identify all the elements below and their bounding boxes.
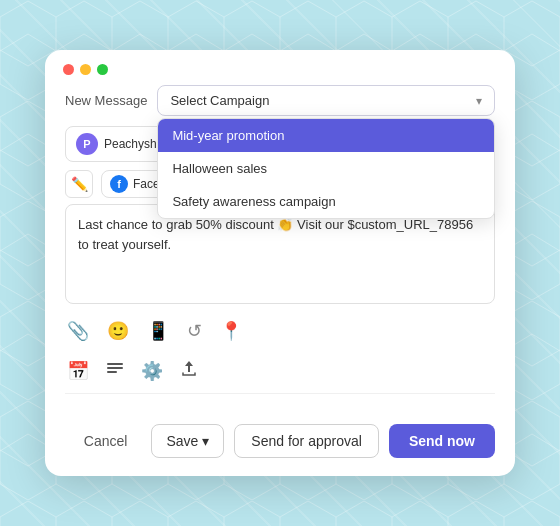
calendar-icon[interactable]: 📅	[67, 360, 89, 382]
new-message-row: New Message Select Campaign ▾ Mid-year p…	[65, 85, 495, 116]
refresh-icon[interactable]: ↺	[187, 320, 202, 342]
dropdown-item-halloween[interactable]: Halloween sales	[158, 152, 494, 185]
list-icon[interactable]	[105, 358, 125, 383]
upload-icon[interactable]	[179, 358, 199, 383]
extra-tools-row: 📅 ⚙️	[65, 354, 495, 394]
close-dot[interactable]	[63, 64, 74, 75]
dropdown-item-safety[interactable]: Safety awareness campaign	[158, 185, 494, 218]
campaign-dropdown-trigger[interactable]: Select Campaign ▾	[157, 85, 495, 116]
svg-rect-0	[107, 363, 123, 365]
save-chevron-icon: ▾	[202, 433, 209, 449]
modal-body: New Message Select Campaign ▾ Mid-year p…	[45, 85, 515, 424]
cancel-button[interactable]: Cancel	[70, 425, 142, 457]
send-approval-button[interactable]: Send for approval	[234, 424, 379, 458]
svg-rect-2	[107, 371, 117, 373]
send-now-button[interactable]: Send now	[389, 424, 495, 458]
edit-icon-button[interactable]: ✏️	[65, 170, 93, 198]
minimize-dot[interactable]	[80, 64, 91, 75]
emoji-icon[interactable]: 🙂	[107, 320, 129, 342]
dropdown-item-mid-year[interactable]: Mid-year promotion	[158, 119, 494, 152]
modal-container: New Message Select Campaign ▾ Mid-year p…	[45, 50, 515, 476]
campaign-dropdown-label: Select Campaign	[170, 93, 269, 108]
message-text-area[interactable]: Last chance to grab 50% discount 👏 Visit…	[65, 204, 495, 304]
campaign-dropdown-wrapper: Select Campaign ▾ Mid-year promotion Hal…	[157, 85, 495, 116]
pencil-icon: ✏️	[71, 176, 88, 192]
settings-icon[interactable]: ⚙️	[141, 360, 163, 382]
chevron-down-icon: ▾	[476, 94, 482, 108]
new-message-label: New Message	[65, 93, 147, 108]
save-button[interactable]: Save ▾	[151, 424, 224, 458]
location-icon[interactable]: 📍	[220, 320, 242, 342]
modal-header	[45, 50, 515, 85]
modal-footer: Cancel Save ▾ Send for approval Send now	[45, 424, 515, 476]
campaign-dropdown-menu: Mid-year promotion Halloween sales Safet…	[157, 118, 495, 219]
svg-rect-1	[107, 367, 123, 369]
attachment-icon[interactable]: 📎	[67, 320, 89, 342]
channel-avatar: P	[76, 133, 98, 155]
bottom-icons-row: 📎 🙂 📱 ↺ 📍	[65, 314, 495, 348]
channel-name-label: Face	[133, 177, 160, 191]
maximize-dot[interactable]	[97, 64, 108, 75]
mobile-icon[interactable]: 📱	[147, 320, 169, 342]
facebook-icon: f	[110, 175, 128, 193]
